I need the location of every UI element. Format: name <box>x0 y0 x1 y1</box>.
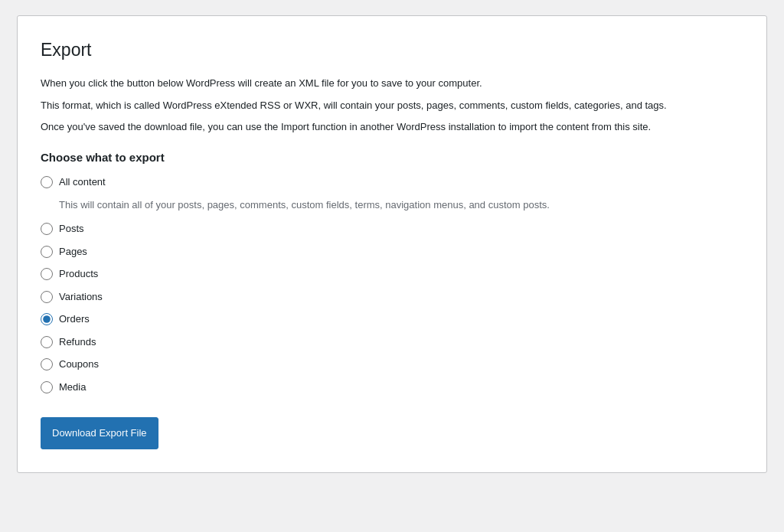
radio-media[interactable] <box>41 381 53 393</box>
radio-refunds-label[interactable]: Refunds <box>59 335 96 350</box>
radio-posts-label[interactable]: Posts <box>59 221 84 237</box>
download-export-button[interactable]: Download Export File <box>41 417 158 449</box>
radio-variations[interactable] <box>41 291 53 303</box>
radio-option-refunds[interactable]: Refunds <box>41 335 743 350</box>
radio-pages[interactable] <box>41 246 53 258</box>
radio-media-label[interactable]: Media <box>59 380 86 395</box>
radio-pages-label[interactable]: Pages <box>59 244 87 259</box>
radio-option-all-content[interactable]: All content <box>41 175 743 190</box>
radio-orders-label[interactable]: Orders <box>59 312 90 327</box>
radio-option-variations[interactable]: Variations <box>41 289 743 305</box>
radio-orders[interactable] <box>41 313 53 325</box>
description-3: Once you've saved the download file, you… <box>41 119 743 135</box>
radio-option-coupons[interactable]: Coupons <box>41 357 743 372</box>
radio-products[interactable] <box>41 268 53 280</box>
export-options-group: All content This will contain all of you… <box>41 175 743 394</box>
radio-option-pages[interactable]: Pages <box>41 244 743 259</box>
radio-option-orders[interactable]: Orders <box>41 312 743 327</box>
radio-coupons[interactable] <box>41 358 53 370</box>
description-1: When you click the button below WordPres… <box>41 76 743 92</box>
radio-variations-label[interactable]: Variations <box>59 289 103 305</box>
radio-refunds[interactable] <box>41 336 53 348</box>
radio-products-label[interactable]: Products <box>59 266 98 282</box>
export-page-container: Export When you click the button below W… <box>17 15 767 473</box>
radio-option-products[interactable]: Products <box>41 266 743 282</box>
radio-posts[interactable] <box>41 223 53 235</box>
radio-all-content-label[interactable]: All content <box>59 175 106 190</box>
all-content-description: This will contain all of your posts, pag… <box>59 197 743 213</box>
radio-option-media[interactable]: Media <box>41 380 743 395</box>
page-title: Export <box>41 39 743 62</box>
radio-all-content[interactable] <box>41 176 53 188</box>
radio-option-posts[interactable]: Posts <box>41 221 743 237</box>
description-2: This format, which is called WordPress e… <box>41 98 743 114</box>
section-title: Choose what to export <box>41 151 743 164</box>
radio-coupons-label[interactable]: Coupons <box>59 357 99 372</box>
